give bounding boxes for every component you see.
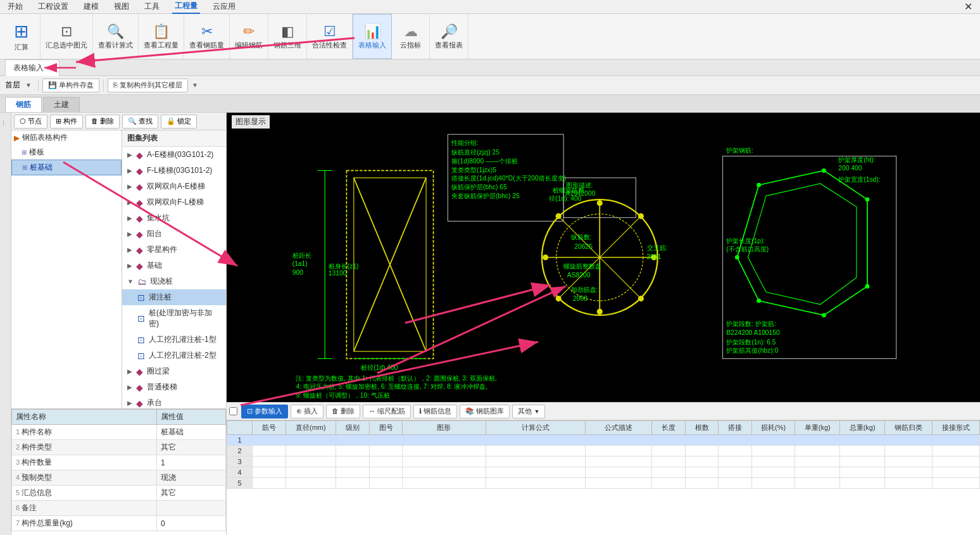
table-cell[interactable] [751,478,795,489]
atlas-foundation[interactable]: ▶ ◆ 基础 [122,258,226,274]
table-cell[interactable] [286,467,336,478]
table-cell[interactable] [795,435,840,446]
ribbon-legal[interactable]: ☑ 合法性检查 [307,14,353,59]
table-cell[interactable] [369,435,403,446]
table-cell[interactable] [486,446,586,456]
table-cell[interactable] [932,478,979,489]
insert-button[interactable]: ⊕ 插入 [291,405,324,419]
table-cell[interactable] [885,467,933,478]
table-cell[interactable] [286,478,336,489]
delete-button[interactable]: 🗑 删除 [85,115,120,129]
table-cell[interactable] [685,467,719,478]
table-cell[interactable] [751,467,795,478]
menu-view[interactable]: 视图 [111,0,132,13]
table-cell[interactable] [586,435,652,446]
table-cell[interactable] [369,446,403,456]
params-button[interactable]: ⊡ 参数输入 [241,405,288,419]
table-row[interactable]: 4 [227,467,980,478]
table-cell[interactable] [719,446,752,456]
bottom-delete-button[interactable]: 🗑 删除 [326,405,360,419]
table-cell[interactable] [840,456,885,467]
atlas-balcony[interactable]: ▶ ◆ 阳台 [122,226,226,242]
table-cell[interactable] [369,467,403,478]
ribbon-view-calc[interactable]: 🔍 查看计算式 [93,14,139,59]
table-cell[interactable] [685,456,719,467]
menu-tools[interactable]: 工具 [142,0,162,13]
table-cell[interactable] [795,456,840,467]
table-cell[interactable] [685,446,719,456]
table-cell[interactable] [652,435,686,446]
atlas-cap[interactable]: ▶ ◆ 承台 [122,395,226,408]
table-cell[interactable] [719,478,752,489]
ribbon-table-input[interactable]: 📊 表格输入 [353,14,392,59]
lock-button[interactable]: 🔒 锁定 [161,115,197,129]
table-cell[interactable] [403,478,486,489]
atlas-ae-stair[interactable]: ▶ ◆ A-E楼梯(03G101-2) [122,147,226,163]
table-cell[interactable] [719,467,752,478]
table-cell[interactable] [652,446,686,456]
table-cell[interactable] [253,435,286,446]
table-cell[interactable] [652,478,686,489]
table-cell[interactable] [336,446,370,456]
table-cell[interactable] [486,435,586,446]
ribbon-select-all[interactable]: ⊡ 汇总选中图元 [41,14,93,59]
atlas-double-ae[interactable]: ▶ ◆ 双网双向A-E楼梯 [122,179,226,194]
table-cell[interactable] [795,446,840,456]
table-cell[interactable] [751,446,795,456]
table-cell[interactable] [486,478,586,489]
table-cell[interactable] [652,467,686,478]
atlas-common-stair[interactable]: ▶ ◆ 普通楼梯 [122,379,226,395]
atlas-manual-1[interactable]: ⊡ 人工挖孔灌注桩-1型 [122,332,226,348]
table-cell[interactable] [685,435,719,446]
atlas-double-fl[interactable]: ▶ ◆ 双网双向F-L楼梯 [122,194,226,210]
table-cell[interactable] [932,467,979,478]
ribbon-view-rebar[interactable]: ✂ 查看钢筋量 [184,14,230,59]
ribbon-3d[interactable]: ◧ 钢筋三维 [268,14,307,59]
copy-button[interactable]: ⎘ 复制构件到其它楼层 [108,79,188,92]
table-cell[interactable] [840,467,885,478]
table-cell[interactable] [336,467,370,478]
table-row[interactable]: 2 [227,446,980,456]
ribbon-view-project[interactable]: 📋 查看工程量 [139,14,184,59]
table-cell[interactable] [840,478,885,489]
atlas-bored-pile[interactable]: ⊡ 灌注桩 [122,289,226,305]
table-cell[interactable] [486,467,586,478]
node-button[interactable]: ⬡ 节点 [14,115,47,129]
atlas-fl-stair[interactable]: ▶ ◆ F-L楼梯(03G101-2) [122,163,226,179]
table-cell[interactable] [885,435,933,446]
component-button[interactable]: ⊞ 构件 [50,115,83,129]
rebar-lib-button[interactable]: 📚 钢筋图库 [460,405,510,419]
table-row[interactable]: 3 [227,456,980,467]
find-button[interactable]: 🔍 查找 [122,115,158,129]
table-cell[interactable] [403,456,486,467]
table-cell[interactable] [286,446,336,456]
table-cell[interactable] [751,435,795,446]
copy-dropdown-icon[interactable]: ▼ [192,82,198,89]
subtab-civil[interactable]: 土建 [43,97,80,112]
menu-build[interactable]: 建模 [81,0,101,13]
tableinput-tab[interactable]: 表格输入 ✕ [5,60,60,76]
table-cell[interactable] [586,446,652,456]
table-cell[interactable] [932,446,979,456]
menu-engineering[interactable]: 工程量 [172,0,200,14]
tab-close-icon[interactable]: ✕ [46,65,51,72]
atlas-sump[interactable]: ▶ ◆ 集水坑 [122,210,226,226]
atlas-manual-2[interactable]: ⊡ 人工挖孔灌注桩-2型 [122,348,226,363]
floor-dropdown-icon[interactable]: ▼ [25,82,32,89]
rebar-info-button[interactable]: ℹ 钢筋信息 [413,405,457,419]
atlas-beam[interactable]: ▶ ◆ 圈过梁 [122,363,226,379]
ribbon-edit-rebar[interactable]: ✏ 编辑钢筋 [230,14,268,59]
atlas-cast-pile[interactable]: ▼ 🗂 现浇桩 [122,274,226,289]
table-cell[interactable] [840,435,885,446]
checkbox-input[interactable] [229,407,237,415]
table-cell[interactable] [336,435,370,446]
atlas-pile-process[interactable]: ⊡ 桩(处理加密与非加密) [122,305,226,332]
table-cell[interactable] [286,456,336,467]
ribbon-calc[interactable]: ⊞ 汇算 [3,14,41,59]
scale-button[interactable]: ↔ 缩尺配筋 [363,405,411,419]
menu-start[interactable]: 开始 [5,0,25,13]
table-cell[interactable] [885,478,933,489]
tree-pile-foundation[interactable]: ⊞ 桩基础 [11,160,122,175]
table-cell[interactable] [719,435,752,446]
other-button[interactable]: 其他 ▼ [512,405,545,419]
